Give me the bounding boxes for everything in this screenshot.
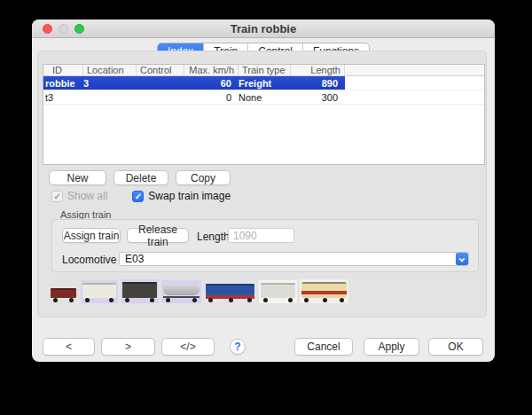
next-button[interactable]: > xyxy=(101,338,155,356)
locomotive-label: Locomotive xyxy=(62,254,116,266)
cell-id: robbie xyxy=(43,76,83,90)
close-button[interactable] xyxy=(43,24,52,34)
cell-max-kmh: 0 xyxy=(184,90,239,104)
table-row-robbie[interactable]: robbie 3 60 Freight 890 xyxy=(43,76,484,90)
wagon-white-refrigerator-car xyxy=(81,280,118,303)
cell-location: 3 xyxy=(83,76,137,90)
cell-id: t3 xyxy=(43,90,83,104)
train-dialog-window: Train robbie Index Train Control Functio… xyxy=(32,20,495,362)
dropdown-arrow-button[interactable] xyxy=(456,253,468,265)
wagon-white-refrigerator-car-2 xyxy=(259,280,297,303)
column-header-length[interactable]: Length xyxy=(291,65,345,75)
show-all-label: Show all xyxy=(67,190,107,202)
column-header-train-type[interactable]: Train type xyxy=(239,65,291,75)
length-input[interactable] xyxy=(228,228,294,243)
window-title: Train robbie xyxy=(32,20,495,38)
titlebar[interactable]: Train robbie xyxy=(32,20,495,38)
table-header-row: ID Location Control Max. km/h Train type… xyxy=(43,65,484,76)
locomotive-selected-value: E03 xyxy=(120,253,456,265)
cell-location xyxy=(83,90,137,104)
train-list-table: ID Location Control Max. km/h Train type… xyxy=(43,64,485,165)
cell-control xyxy=(137,90,184,104)
column-header-id[interactable]: ID xyxy=(43,65,83,75)
length-label: Length xyxy=(197,231,230,243)
cell-length: 300 xyxy=(291,90,345,104)
swap-train-image-checkbox[interactable] xyxy=(132,191,144,202)
wagon-dark-boxcar xyxy=(121,279,159,303)
wagon-maroon-boxcar xyxy=(49,286,78,303)
chevron-down-icon xyxy=(458,256,465,262)
column-header-max-kmh[interactable]: Max. km/h xyxy=(184,65,239,75)
column-header-control[interactable]: Control xyxy=(137,65,184,75)
row-selection-band: robbie 3 60 Freight 890 xyxy=(43,76,345,90)
cell-length: 890 xyxy=(291,76,345,90)
wagon-silver-tank-car xyxy=(161,280,201,303)
prev-button[interactable]: < xyxy=(43,338,95,356)
cancel-button[interactable]: Cancel xyxy=(294,338,353,356)
cell-train-type: Freight xyxy=(239,76,291,90)
column-header-location[interactable]: Location xyxy=(83,65,137,75)
help-button[interactable]: ? xyxy=(230,339,246,355)
wagon-blue-container-flatcar xyxy=(204,281,256,303)
delete-button[interactable]: Delete xyxy=(113,170,168,185)
column-header-filler xyxy=(345,65,484,75)
show-all-checkbox[interactable] xyxy=(51,191,63,202)
copy-button[interactable]: Copy xyxy=(176,170,231,185)
minimize-button[interactable] xyxy=(59,24,68,34)
row-band: t3 0 None 300 xyxy=(43,90,345,104)
cell-train-type: None xyxy=(239,90,291,104)
zoom-button[interactable] xyxy=(74,24,84,34)
desktop-background: { "window": { "title": "Train robbie" },… xyxy=(0,0,532,415)
apply-button[interactable]: Apply xyxy=(364,338,419,356)
code-view-button[interactable]: </> xyxy=(161,338,215,356)
new-button[interactable]: New xyxy=(49,170,106,185)
release-train-button[interactable]: Release train xyxy=(127,228,189,243)
cell-max-kmh: 60 xyxy=(184,76,239,90)
cell-control xyxy=(137,76,184,90)
swap-train-image-label: Swap train image xyxy=(148,190,231,202)
table-row-t3[interactable]: t3 0 None 300 xyxy=(43,90,484,105)
train-image-preview xyxy=(49,275,348,303)
ok-button[interactable]: OK xyxy=(428,338,483,356)
options-row: Show all Swap train image xyxy=(51,190,231,202)
locomotive-dropdown[interactable]: E03 xyxy=(119,252,469,266)
wagon-electric-locomotive-e03 xyxy=(300,279,348,303)
assign-train-button[interactable]: Assign train xyxy=(62,228,121,243)
